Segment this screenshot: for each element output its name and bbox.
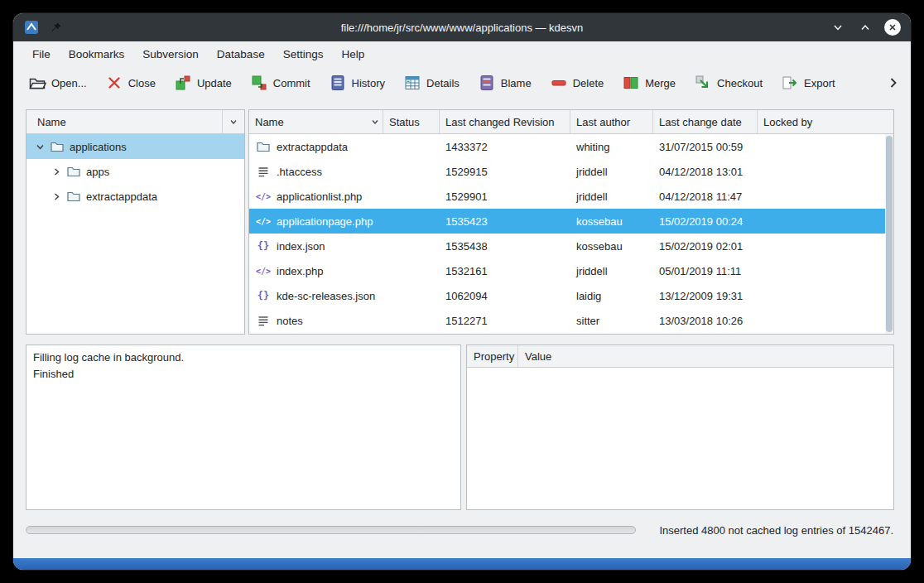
column-header-property[interactable]: Property [467, 345, 518, 367]
column-header-status[interactable]: Status [383, 110, 440, 133]
open-folder-icon [28, 74, 46, 92]
expander-closed-icon[interactable] [51, 191, 61, 201]
file-name: applicationlist.php [277, 190, 362, 203]
merge-button[interactable]: Merge [618, 71, 679, 94]
window-title: file:///home/jr/src/www/www/applications… [13, 22, 911, 34]
close-document-icon [105, 74, 123, 92]
expander-closed-icon[interactable] [51, 166, 61, 176]
column-header-author[interactable]: Last author [570, 110, 653, 133]
column-header-value[interactable]: Value [518, 345, 893, 367]
menubar: File Bookmarks Subversion Database Setti… [13, 41, 911, 66]
folder-icon [66, 189, 81, 204]
table-row[interactable]: {} kde-sc-releases.json 1062094 laidig 1… [249, 283, 893, 308]
menu-item-subversion[interactable]: Subversion [133, 45, 208, 64]
folder-icon [256, 139, 271, 154]
commit-button[interactable]: Commit [247, 71, 314, 94]
tree-item-apps[interactable]: apps [26, 159, 244, 184]
maximize-button[interactable] [857, 19, 873, 36]
revision-cell: 1512271 [440, 315, 570, 327]
delete-button[interactable]: Delete [546, 71, 608, 94]
folder-icon [50, 139, 65, 154]
open-button[interactable]: Open... [25, 71, 90, 94]
log-line: Filling log cache in background. [33, 349, 454, 366]
date-cell: 15/02/2019 00:24 [653, 215, 758, 228]
table-row[interactable]: </> applicationlist.php 1529901 jriddell… [249, 184, 893, 209]
scrollbar-thumb[interactable] [886, 136, 893, 332]
table-row[interactable]: .htaccess 1529915 jriddell 04/12/2018 13… [249, 159, 893, 184]
table-row[interactable]: extractappdata 1433372 whiting 31/07/201… [249, 134, 893, 159]
menu-item-file[interactable]: File [23, 45, 60, 64]
window-accent-strip [13, 558, 911, 570]
php-file-icon: </> [256, 214, 271, 229]
details-button[interactable]: Details [400, 71, 463, 94]
table-row-selected[interactable]: </> applicationpage.php 1535423 kossebau… [249, 209, 893, 234]
author-cell: jriddell [570, 265, 653, 277]
properties-body [467, 368, 893, 509]
tree-header-dropdown[interactable] [222, 110, 244, 133]
menu-item-database[interactable]: Database [208, 45, 274, 64]
text-file-icon [256, 313, 271, 328]
log-line: Finished [33, 366, 454, 383]
chevron-right-icon [887, 76, 900, 89]
author-cell: laidig [570, 290, 653, 302]
tree-item-applications[interactable]: applications [26, 134, 244, 159]
revision-cell: 1529915 [440, 166, 570, 178]
table-row[interactable]: </> index.php 1532161 jriddell 05/01/201… [249, 258, 893, 283]
titlebar[interactable]: file:///home/jr/src/www/www/applications… [13, 13, 911, 41]
revision-cell: 1535438 [440, 240, 570, 253]
file-name: index.json [277, 240, 325, 253]
export-button[interactable]: Export [777, 71, 839, 94]
author-cell: jriddell [570, 166, 653, 178]
column-header-date[interactable]: Last change date [653, 110, 758, 133]
column-header-locked[interactable]: Locked by [758, 110, 893, 133]
revision-cell: 1532161 [440, 265, 570, 277]
column-header-name[interactable]: Name [249, 110, 383, 133]
date-cell: 13/12/2009 19:31 [653, 290, 758, 302]
tree-column-header[interactable]: Name [26, 110, 244, 134]
tree-header-label: Name [26, 116, 222, 128]
author-cell: kossebau [570, 215, 653, 228]
vertical-scrollbar[interactable] [885, 134, 893, 334]
close-button[interactable] [884, 19, 901, 36]
commit-icon [250, 74, 268, 92]
menu-item-settings[interactable]: Settings [274, 45, 333, 64]
column-header-revision[interactable]: Last changed Revision [440, 110, 570, 133]
revision-cell: 1433372 [440, 141, 570, 153]
file-name: index.php [277, 265, 323, 277]
merge-icon [622, 74, 640, 92]
menu-item-bookmarks[interactable]: Bookmarks [60, 45, 134, 64]
update-button[interactable]: Update [171, 71, 235, 94]
table-row[interactable]: notes 1512271 sitter 13/03/2018 10:26 [249, 308, 893, 333]
chevron-up-icon [859, 22, 871, 33]
blame-button[interactable]: Blame [474, 71, 535, 94]
author-cell: sitter [570, 315, 653, 327]
shade-button[interactable] [830, 19, 846, 36]
file-name: applicationpage.php [277, 215, 373, 228]
progress-bar [26, 526, 636, 534]
expander-open-icon[interactable] [35, 142, 45, 152]
toolbar: Open... Close Update Commit History Deta… [13, 66, 911, 99]
php-file-icon: </> [256, 189, 271, 204]
statusbar: Inserted 4800 not cached log entries of … [26, 522, 894, 538]
tree-item-label: applications [70, 141, 127, 153]
chevron-down-icon[interactable] [371, 116, 379, 128]
file-list-panel: Name Status Last changed Revision Last a… [248, 109, 894, 335]
pin-icon[interactable] [47, 19, 64, 36]
tree-body: applications apps extrac [26, 134, 244, 334]
menu-item-help[interactable]: Help [332, 45, 373, 64]
checkout-button[interactable]: Checkout [691, 71, 766, 94]
tree-item-extractappdata[interactable]: extractappdata [26, 184, 244, 209]
json-file-icon: {} [256, 288, 271, 303]
history-button[interactable]: History [325, 71, 388, 94]
tree-item-label: extractappdata [86, 190, 157, 203]
delete-icon [550, 74, 568, 92]
repo-tree-panel: Name applications [26, 109, 245, 335]
table-row[interactable]: {} index.json 1535438 kossebau 15/02/201… [249, 234, 893, 258]
revision-cell: 1535423 [440, 215, 570, 228]
window: file:///home/jr/src/www/www/applications… [13, 13, 911, 570]
close-button-toolbar[interactable]: Close [102, 71, 159, 94]
checkout-icon [694, 74, 712, 92]
author-cell: jriddell [570, 190, 653, 203]
toolbar-overflow-button[interactable] [884, 74, 902, 92]
file-name: notes [277, 315, 303, 327]
